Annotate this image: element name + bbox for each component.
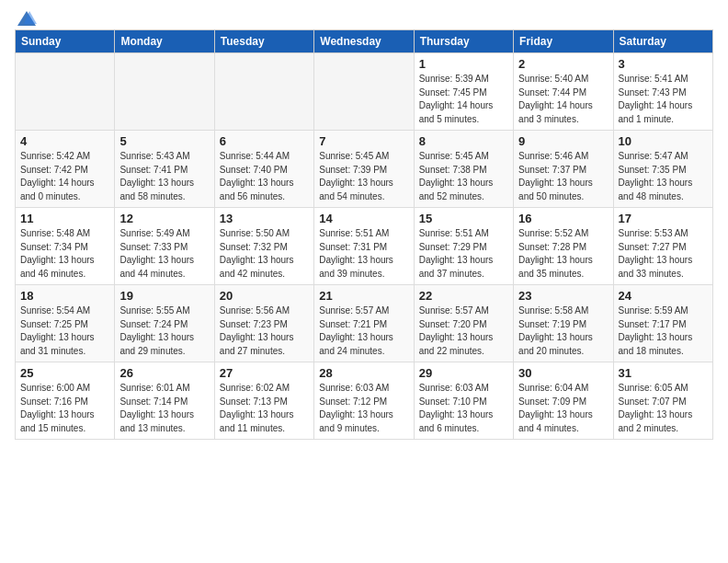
day-number: 14 — [319, 212, 408, 225]
calendar-cell: 3Sunrise: 5:41 AM Sunset: 7:43 PM Daylig… — [613, 53, 712, 131]
calendar-cell: 4Sunrise: 5:42 AM Sunset: 7:42 PM Daylig… — [16, 131, 115, 208]
calendar-cell: 9Sunrise: 5:46 AM Sunset: 7:37 PM Daylig… — [514, 131, 613, 208]
calendar-cell: 22Sunrise: 5:57 AM Sunset: 7:20 PM Dayli… — [414, 285, 513, 362]
calendar-cell: 14Sunrise: 5:51 AM Sunset: 7:31 PM Dayli… — [314, 208, 414, 285]
calendar-week-row: 11Sunrise: 5:48 AM Sunset: 7:34 PM Dayli… — [16, 208, 713, 285]
day-number: 15 — [419, 212, 508, 225]
day-number: 2 — [518, 57, 608, 71]
logo — [15, 9, 37, 24]
header — [15, 9, 713, 24]
day-number: 18 — [20, 289, 109, 303]
day-number: 11 — [20, 212, 109, 225]
calendar-week-row: 4Sunrise: 5:42 AM Sunset: 7:42 PM Daylig… — [16, 131, 713, 208]
day-info: Sunrise: 5:45 AM Sunset: 7:38 PM Dayligh… — [419, 150, 508, 203]
calendar-cell — [214, 53, 313, 131]
page: SundayMondayTuesdayWednesdayThursdayFrid… — [0, 0, 728, 449]
day-number: 30 — [518, 366, 608, 380]
day-number: 4 — [20, 134, 109, 148]
day-info: Sunrise: 6:04 AM Sunset: 7:09 PM Dayligh… — [518, 382, 608, 435]
day-number: 28 — [319, 366, 408, 380]
calendar-cell: 31Sunrise: 6:05 AM Sunset: 7:07 PM Dayli… — [613, 362, 712, 440]
day-info: Sunrise: 6:01 AM Sunset: 7:14 PM Dayligh… — [119, 382, 209, 435]
calendar-week-row: 18Sunrise: 5:54 AM Sunset: 7:25 PM Dayli… — [16, 285, 713, 362]
day-info: Sunrise: 5:55 AM Sunset: 7:24 PM Dayligh… — [119, 304, 209, 358]
calendar-cell — [314, 53, 414, 131]
calendar-cell: 21Sunrise: 5:57 AM Sunset: 7:21 PM Dayli… — [314, 285, 414, 362]
calendar-cell: 25Sunrise: 6:00 AM Sunset: 7:16 PM Dayli… — [16, 362, 115, 440]
day-number: 26 — [119, 366, 209, 380]
calendar-cell: 26Sunrise: 6:01 AM Sunset: 7:14 PM Dayli… — [115, 362, 214, 440]
calendar-cell: 19Sunrise: 5:55 AM Sunset: 7:24 PM Dayli… — [115, 285, 214, 362]
day-info: Sunrise: 6:05 AM Sunset: 7:07 PM Dayligh… — [619, 382, 708, 435]
calendar-cell: 30Sunrise: 6:04 AM Sunset: 7:09 PM Dayli… — [514, 362, 613, 440]
logo-icon — [17, 9, 37, 29]
day-info: Sunrise: 5:45 AM Sunset: 7:39 PM Dayligh… — [319, 150, 408, 203]
weekday-header-row: SundayMondayTuesdayWednesdayThursdayFrid… — [16, 30, 713, 53]
calendar-cell: 2Sunrise: 5:40 AM Sunset: 7:44 PM Daylig… — [514, 53, 613, 131]
calendar-week-row: 1Sunrise: 5:39 AM Sunset: 7:45 PM Daylig… — [16, 53, 713, 131]
day-number: 13 — [220, 212, 309, 225]
day-number: 29 — [419, 366, 508, 380]
day-number: 3 — [619, 57, 708, 71]
calendar-cell — [16, 53, 115, 131]
day-number: 8 — [419, 134, 508, 148]
day-number: 5 — [119, 134, 209, 148]
calendar-table: SundayMondayTuesdayWednesdayThursdayFrid… — [15, 29, 713, 440]
calendar-cell: 20Sunrise: 5:56 AM Sunset: 7:23 PM Dayli… — [214, 285, 313, 362]
day-info: Sunrise: 5:51 AM Sunset: 7:31 PM Dayligh… — [319, 227, 408, 281]
calendar-cell: 16Sunrise: 5:52 AM Sunset: 7:28 PM Dayli… — [514, 208, 613, 285]
weekday-header-wednesday: Wednesday — [314, 30, 414, 53]
day-info: Sunrise: 5:44 AM Sunset: 7:40 PM Dayligh… — [220, 150, 309, 203]
day-info: Sunrise: 5:53 AM Sunset: 7:27 PM Dayligh… — [619, 227, 708, 281]
day-info: Sunrise: 5:58 AM Sunset: 7:19 PM Dayligh… — [518, 304, 608, 358]
day-number: 17 — [619, 212, 708, 225]
day-number: 16 — [518, 212, 608, 225]
day-info: Sunrise: 5:52 AM Sunset: 7:28 PM Dayligh… — [518, 227, 608, 281]
calendar-cell: 28Sunrise: 6:03 AM Sunset: 7:12 PM Dayli… — [314, 362, 414, 440]
day-info: Sunrise: 6:02 AM Sunset: 7:13 PM Dayligh… — [220, 382, 309, 435]
day-info: Sunrise: 6:00 AM Sunset: 7:16 PM Dayligh… — [20, 382, 109, 435]
calendar-cell — [115, 53, 214, 131]
calendar-cell: 13Sunrise: 5:50 AM Sunset: 7:32 PM Dayli… — [214, 208, 313, 285]
weekday-header-monday: Monday — [115, 30, 214, 53]
calendar-cell: 5Sunrise: 5:43 AM Sunset: 7:41 PM Daylig… — [115, 131, 214, 208]
day-info: Sunrise: 5:49 AM Sunset: 7:33 PM Dayligh… — [119, 227, 209, 281]
day-info: Sunrise: 5:43 AM Sunset: 7:41 PM Dayligh… — [119, 150, 209, 203]
weekday-header-saturday: Saturday — [613, 30, 712, 53]
day-number: 10 — [619, 134, 708, 148]
day-info: Sunrise: 5:48 AM Sunset: 7:34 PM Dayligh… — [20, 227, 109, 281]
day-info: Sunrise: 5:51 AM Sunset: 7:29 PM Dayligh… — [419, 227, 508, 281]
day-info: Sunrise: 5:54 AM Sunset: 7:25 PM Dayligh… — [20, 304, 109, 358]
day-number: 31 — [619, 366, 708, 380]
day-number: 24 — [619, 289, 708, 303]
day-number: 12 — [119, 212, 209, 225]
day-number: 21 — [319, 289, 408, 303]
day-info: Sunrise: 5:47 AM Sunset: 7:35 PM Dayligh… — [619, 150, 708, 203]
day-info: Sunrise: 6:03 AM Sunset: 7:12 PM Dayligh… — [319, 382, 408, 435]
day-info: Sunrise: 5:50 AM Sunset: 7:32 PM Dayligh… — [220, 227, 309, 281]
weekday-header-friday: Friday — [514, 30, 613, 53]
day-number: 23 — [518, 289, 608, 303]
day-info: Sunrise: 5:56 AM Sunset: 7:23 PM Dayligh… — [220, 304, 309, 358]
calendar-cell: 10Sunrise: 5:47 AM Sunset: 7:35 PM Dayli… — [613, 131, 712, 208]
day-number: 1 — [419, 57, 508, 71]
day-info: Sunrise: 5:39 AM Sunset: 7:45 PM Dayligh… — [419, 73, 508, 126]
calendar-cell: 24Sunrise: 5:59 AM Sunset: 7:17 PM Dayli… — [613, 285, 712, 362]
day-number: 9 — [518, 134, 608, 148]
calendar-cell: 23Sunrise: 5:58 AM Sunset: 7:19 PM Dayli… — [514, 285, 613, 362]
calendar-cell: 15Sunrise: 5:51 AM Sunset: 7:29 PM Dayli… — [414, 208, 513, 285]
calendar-cell: 27Sunrise: 6:02 AM Sunset: 7:13 PM Dayli… — [214, 362, 313, 440]
day-number: 22 — [419, 289, 508, 303]
calendar-cell: 12Sunrise: 5:49 AM Sunset: 7:33 PM Dayli… — [115, 208, 214, 285]
day-info: Sunrise: 5:41 AM Sunset: 7:43 PM Dayligh… — [619, 73, 708, 126]
day-number: 20 — [220, 289, 309, 303]
day-info: Sunrise: 5:40 AM Sunset: 7:44 PM Dayligh… — [518, 73, 608, 126]
day-info: Sunrise: 5:57 AM Sunset: 7:20 PM Dayligh… — [419, 304, 508, 358]
day-number: 25 — [20, 366, 109, 380]
day-info: Sunrise: 5:46 AM Sunset: 7:37 PM Dayligh… — [518, 150, 608, 203]
calendar-cell: 17Sunrise: 5:53 AM Sunset: 7:27 PM Dayli… — [613, 208, 712, 285]
weekday-header-tuesday: Tuesday — [214, 30, 313, 53]
day-number: 6 — [220, 134, 309, 148]
day-info: Sunrise: 6:03 AM Sunset: 7:10 PM Dayligh… — [419, 382, 508, 435]
calendar-cell: 18Sunrise: 5:54 AM Sunset: 7:25 PM Dayli… — [16, 285, 115, 362]
